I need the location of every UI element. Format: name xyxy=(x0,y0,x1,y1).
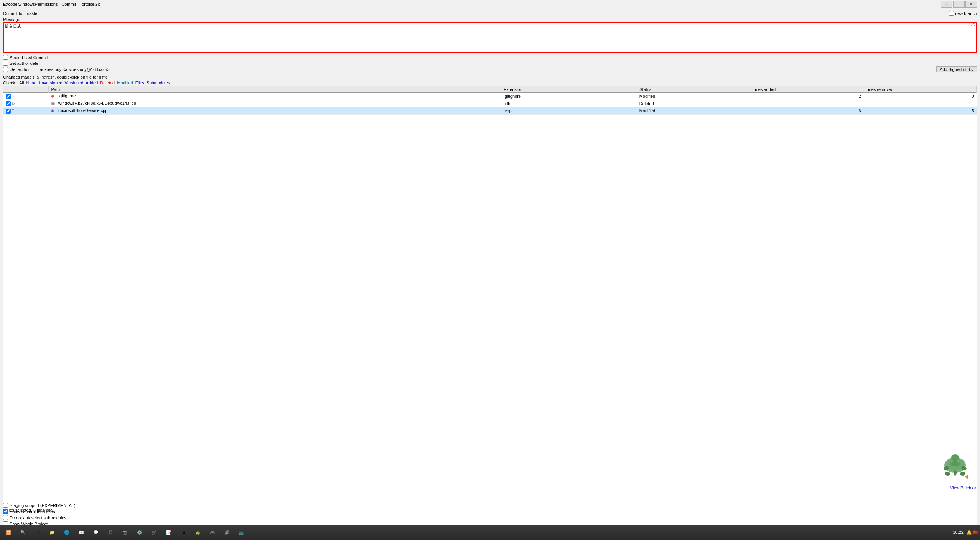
show-unversioned-label: Show Unversioned Files xyxy=(10,509,55,514)
svg-point-6 xyxy=(960,471,966,476)
options-checkboxes: Amend Last Commit Set author date Set au… xyxy=(3,55,977,73)
filter-all[interactable]: All xyxy=(18,81,25,85)
file-checkbox[interactable] xyxy=(6,109,11,114)
taskbar-settings[interactable]: ⚙️ xyxy=(133,525,147,539)
col-header-lines-removed[interactable]: Lines removed xyxy=(863,86,977,93)
file-table: Path Extension Status Lines added Lines … xyxy=(3,86,977,115)
col-header-check xyxy=(3,86,49,93)
maximize-button[interactable]: □ xyxy=(953,1,965,8)
filter-unversioned[interactable]: Unversioned xyxy=(38,81,63,85)
taskbar-time: 18:22 xyxy=(953,530,964,535)
view-patch-link[interactable]: View Patch>> xyxy=(950,486,976,490)
lines-added: 2 xyxy=(750,93,863,100)
taskbar-icons: 🔔 🇨🇳 xyxy=(967,530,978,535)
set-author-date-checkbox[interactable] xyxy=(3,61,8,66)
add-signed-off-button[interactable]: Add Signed-off-by xyxy=(936,66,977,72)
page-counter: 1/5 xyxy=(969,23,975,27)
set-author-checkbox[interactable] xyxy=(3,67,8,72)
file-version-icon: C xyxy=(12,109,14,113)
window-controls: ─ □ ✕ xyxy=(941,1,977,8)
taskbar-taskview[interactable]: ⬚ xyxy=(31,525,44,539)
no-autoselect-checkbox[interactable] xyxy=(3,515,8,520)
file-name: windowsP.b27cf48d/x64/Debug/vc143.idb xyxy=(58,101,136,105)
set-author-date-label: Set author date xyxy=(10,61,38,66)
taskbar: 🪟 🔍 ⬚ 📁 🌐 📧 💬 🎵 📷 ⚙️ 🛒 📝 🖥 🐢 🎮 🔊 📺 18:22… xyxy=(0,525,980,540)
set-author-label: Set author xyxy=(10,67,30,72)
col-header-extension[interactable]: Extension xyxy=(501,86,637,93)
window-title: E:\code\windowsPermissions - Commit - To… xyxy=(3,2,100,7)
taskbar-search[interactable]: 🔍 xyxy=(16,525,30,539)
author-value: aoxuestudy <aoxuestudy@163.com> xyxy=(40,67,110,72)
row-check-cell[interactable]: ⚙ xyxy=(3,100,49,107)
filter-added[interactable]: Added xyxy=(85,81,99,85)
check-label: Check: xyxy=(3,81,16,85)
file-checkbox[interactable] xyxy=(6,101,11,106)
git-icon: ◆ xyxy=(51,94,56,99)
file-status: Deleted xyxy=(637,100,750,107)
taskbar-app4[interactable]: 📺 xyxy=(235,525,249,539)
file-path: ◆ .gitignore xyxy=(49,93,501,100)
staging-checkbox[interactable] xyxy=(3,503,8,508)
lines-removed: 5 xyxy=(863,107,977,115)
commit-to-label: Commit to: xyxy=(3,11,23,16)
file-table-container[interactable]: Path Extension Status Lines added Lines … xyxy=(3,86,977,538)
svg-point-7 xyxy=(954,470,957,476)
no-autoselect-label: Do not autoselect submodules xyxy=(10,515,66,520)
new-branch-checkbox[interactable] xyxy=(949,11,954,16)
file-extension: .idb xyxy=(501,100,637,107)
file-path: ◈ microsoftStoreService.cpp xyxy=(49,107,501,115)
table-row[interactable]: ○ ◆ .gitignore .gitignore Modified 2 0 xyxy=(3,93,977,100)
file-name: microsoftStoreService.cpp xyxy=(58,108,107,113)
commit-to-row: Commit to: master new branch xyxy=(3,11,977,16)
filter-versioned[interactable]: Versioned xyxy=(64,81,84,85)
taskbar-mail[interactable]: 📧 xyxy=(74,525,88,539)
taskbar-chat[interactable]: 💬 xyxy=(89,525,103,539)
filter-submodules[interactable]: Submodules xyxy=(146,81,171,85)
filter-files[interactable]: Files xyxy=(135,81,145,85)
lines-removed: 0 xyxy=(863,93,977,100)
message-label: Message: xyxy=(3,17,977,22)
taskbar-edge[interactable]: 🌐 xyxy=(60,525,74,539)
file-path: ▣ windowsP.b27cf48d/x64/Debug/vc143.idb xyxy=(49,100,501,107)
col-header-status[interactable]: Status xyxy=(637,86,750,93)
taskbar-music[interactable]: 🎵 xyxy=(104,525,117,539)
close-button[interactable]: ✕ xyxy=(965,1,977,8)
row-check-cell[interactable]: C xyxy=(3,107,49,115)
message-input[interactable] xyxy=(3,22,977,53)
db-icon: ▣ xyxy=(51,101,56,106)
taskbar-start[interactable]: 🪟 xyxy=(2,525,15,539)
filter-none[interactable]: None xyxy=(25,81,37,85)
file-extension: .cpp xyxy=(501,107,637,115)
minimize-button[interactable]: ─ xyxy=(941,1,952,8)
status-bar: 3 files selected, 3 files total xyxy=(0,507,980,513)
row-check-cell[interactable]: ○ xyxy=(3,93,49,100)
taskbar-camera[interactable]: 📷 xyxy=(118,525,132,539)
file-name: .gitignore xyxy=(58,94,76,98)
col-header-path[interactable]: Path xyxy=(49,86,501,93)
tortoise-logo xyxy=(942,446,968,481)
show-unversioned-checkbox[interactable] xyxy=(3,509,8,514)
taskbar-explorer[interactable]: 📁 xyxy=(45,525,59,539)
taskbar-git[interactable]: 🐢 xyxy=(191,525,205,539)
taskbar-app3[interactable]: 🔊 xyxy=(220,525,234,539)
filter-tabs: Check: All None Unversioned Versioned Ad… xyxy=(3,81,977,85)
taskbar-vscode[interactable]: 📝 xyxy=(162,525,176,539)
file-checkbox[interactable] xyxy=(6,94,11,99)
lines-added: - xyxy=(750,100,863,107)
changes-header: Changes made (F5: refresh, double-click … xyxy=(3,75,977,79)
message-section: Message: 1/5 xyxy=(3,17,977,53)
cpp-icon: ◈ xyxy=(51,108,56,114)
file-version-icon: ○ xyxy=(12,94,14,99)
table-row[interactable]: C ◈ microsoftStoreService.cpp .cpp Modif… xyxy=(3,107,977,115)
table-row[interactable]: ⚙ ▣ windowsP.b27cf48d/x64/Debug/vc143.id… xyxy=(3,100,977,107)
taskbar-apps: 🪟 🔍 ⬚ 📁 🌐 📧 💬 🎵 📷 ⚙️ 🛒 📝 🖥 🐢 🎮 🔊 📺 xyxy=(2,525,249,539)
taskbar-app2[interactable]: 🎮 xyxy=(206,525,219,539)
amend-checkbox[interactable] xyxy=(3,55,8,60)
taskbar-terminal[interactable]: 🖥 xyxy=(176,525,190,539)
col-header-lines-added[interactable]: Lines added xyxy=(750,86,863,93)
filter-deleted[interactable]: Deleted xyxy=(99,81,115,85)
filter-modified[interactable]: Modified xyxy=(116,81,134,85)
tortoise-svg xyxy=(942,446,968,481)
taskbar-store[interactable]: 🛒 xyxy=(147,525,161,539)
table-header-row: Path Extension Status Lines added Lines … xyxy=(3,86,977,93)
